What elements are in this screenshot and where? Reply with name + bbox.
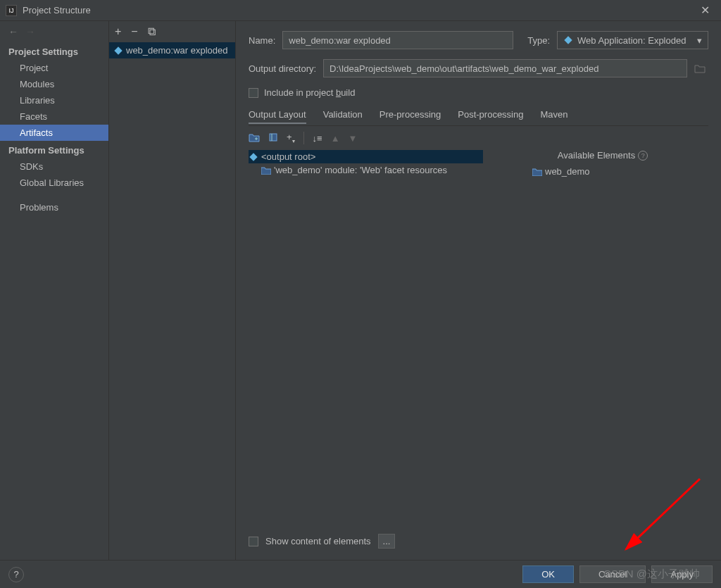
- help-icon[interactable]: ?: [638, 151, 648, 161]
- tabs: Output Layout Validation Pre-processing …: [249, 106, 708, 126]
- sidebar-item-sdks[interactable]: SDKs: [0, 158, 108, 175]
- outdir-row: Output directory:: [249, 59, 708, 77]
- footer-help-icon[interactable]: ?: [8, 567, 24, 582]
- tree-panels: <output root> 'web_demo' module: 'Web' f…: [249, 150, 708, 530]
- copy-icon[interactable]: ⧉: [148, 25, 156, 38]
- svg-rect-2: [270, 134, 277, 141]
- show-content-config-button[interactable]: ...: [378, 534, 396, 549]
- include-row: Include in project build: [249, 87, 708, 98]
- sidebar-item-artifacts[interactable]: Artifacts: [0, 125, 108, 141]
- tab-pre-processing[interactable]: Pre-processing: [380, 106, 441, 124]
- nav-row: ← →: [0, 21, 108, 42]
- browse-folder-icon[interactable]: [694, 61, 708, 75]
- sidebar-item-libraries[interactable]: Libraries: [0, 92, 108, 108]
- footer: ? OK Cancel Apply: [0, 560, 721, 588]
- sidebar-item-facets[interactable]: Facets: [0, 108, 108, 125]
- artifact-list-panel: + − ⧉ web_demo:war exploded: [109, 21, 236, 560]
- sidebar-item-project[interactable]: Project: [0, 60, 108, 76]
- sidebar-item-global-libraries[interactable]: Global Libraries: [0, 175, 108, 191]
- sidebar-item-modules[interactable]: Modules: [0, 76, 108, 92]
- output-root-icon: [249, 152, 258, 162]
- main-panel: Name: Type: Web Application: Exploded Ou…: [236, 21, 721, 560]
- remove-icon[interactable]: −: [131, 25, 137, 38]
- toolbar-divider: [303, 132, 304, 144]
- sidebar-heading-platform: Platform Settings: [0, 141, 108, 158]
- svg-rect-0: [114, 46, 122, 54]
- svg-rect-1: [564, 36, 572, 44]
- bottom-row: Show content of elements ...: [249, 530, 708, 553]
- back-icon[interactable]: ←: [8, 26, 18, 37]
- output-tree[interactable]: <output root> 'web_demo' module: 'Web' f…: [249, 150, 483, 530]
- tree-root-row[interactable]: <output root>: [249, 150, 483, 163]
- svg-rect-4: [249, 153, 257, 161]
- artifact-item-label: web_demo:war exploded: [126, 45, 228, 56]
- show-content-label: Show content of elements: [265, 536, 371, 546]
- available-header-label: Available Elements: [558, 150, 635, 161]
- show-content-checkbox[interactable]: [249, 537, 258, 546]
- tab-post-processing[interactable]: Post-processing: [458, 106, 523, 124]
- cancel-button[interactable]: Cancel: [579, 565, 646, 583]
- artifact-icon: [113, 46, 123, 56]
- sidebar-item-problems[interactable]: Problems: [0, 199, 108, 215]
- app-icon: IJ: [6, 5, 17, 16]
- name-row: Name: Type: Web Application: Exploded: [249, 31, 708, 49]
- move-up-icon[interactable]: ▲: [331, 133, 340, 144]
- available-panel: Available Elements ? web_demo: [497, 150, 708, 530]
- include-checkbox[interactable]: [249, 88, 258, 98]
- ok-button[interactable]: OK: [522, 565, 574, 583]
- add-copy-icon[interactable]: +▾: [287, 132, 295, 144]
- include-label: Include in project build: [264, 87, 355, 98]
- name-label: Name:: [249, 35, 275, 46]
- layout-toolbar: +▾ ↓≡ ▲ ▼: [249, 132, 708, 144]
- tab-validation[interactable]: Validation: [323, 106, 363, 124]
- artifact-list-item[interactable]: web_demo:war exploded: [109, 42, 235, 58]
- outdir-input[interactable]: [323, 59, 687, 77]
- facet-resource-icon: [261, 166, 271, 175]
- available-item-row[interactable]: web_demo: [497, 165, 708, 178]
- sidebar: ← → Project Settings Project Modules Lib…: [0, 21, 109, 560]
- tree-root-label: <output root>: [261, 151, 315, 162]
- add-icon[interactable]: +: [115, 25, 121, 38]
- artifact-toolbar: + − ⧉: [109, 21, 235, 42]
- close-icon[interactable]: ✕: [695, 4, 715, 17]
- name-input[interactable]: [282, 31, 513, 49]
- apply-button[interactable]: Apply: [651, 565, 713, 583]
- type-label: Type:: [527, 35, 550, 46]
- new-folder-icon[interactable]: [249, 132, 260, 144]
- artifact-type-icon: [563, 35, 573, 45]
- tab-output-layout[interactable]: Output Layout: [249, 106, 306, 124]
- sort-icon[interactable]: ↓≡: [313, 133, 322, 144]
- new-archive-icon[interactable]: [268, 132, 278, 144]
- available-header: Available Elements ?: [497, 150, 708, 161]
- outdir-label: Output directory:: [249, 63, 316, 74]
- type-value: Web Application: Exploded: [577, 35, 686, 46]
- module-folder-icon: [532, 168, 542, 176]
- sidebar-heading-project: Project Settings: [0, 42, 108, 60]
- type-dropdown[interactable]: Web Application: Exploded: [557, 31, 708, 49]
- tree-child-row[interactable]: 'web_demo' module: 'Web' facet resources: [249, 163, 483, 177]
- tree-child-label: 'web_demo' module: 'Web' facet resources: [274, 165, 447, 175]
- window-title: Project Structure: [23, 5, 695, 15]
- forward-icon[interactable]: →: [25, 26, 35, 37]
- tab-maven[interactable]: Maven: [540, 106, 568, 124]
- move-down-icon[interactable]: ▼: [349, 133, 358, 144]
- titlebar: IJ Project Structure ✕: [0, 0, 721, 21]
- workspace: ← → Project Settings Project Modules Lib…: [0, 21, 721, 560]
- available-item-label: web_demo: [545, 166, 590, 177]
